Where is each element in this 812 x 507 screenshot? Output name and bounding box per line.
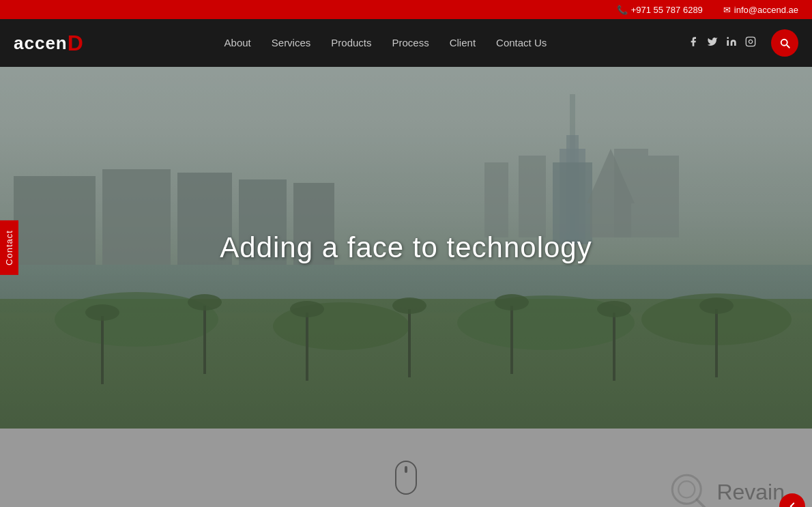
hero-section: Adding a face to technology Contact: [0, 67, 812, 429]
logo-text: accen: [14, 33, 68, 54]
nav-item-process[interactable]: Process: [392, 37, 429, 49]
nav-item-contact[interactable]: Contact Us: [496, 37, 547, 49]
contact-tab[interactable]: Contact: [0, 220, 18, 275]
email-icon: ✉: [723, 5, 731, 15]
mouse-scroll-icon: [395, 461, 417, 495]
nav-item-client[interactable]: Client: [450, 37, 476, 49]
phone-icon: 📞: [617, 5, 628, 15]
nav-links: About Services Products Process Client C…: [224, 37, 547, 49]
svg-rect-40: [405, 466, 407, 473]
svg-line-43: [697, 499, 706, 507]
phone-link[interactable]: 📞 +971 55 787 6289: [617, 5, 703, 15]
nav-item-about[interactable]: About: [224, 37, 251, 49]
twitter-icon[interactable]: [707, 36, 718, 50]
email-link[interactable]: ✉ info@accend.ae: [723, 5, 798, 15]
revain-text: Revain: [716, 480, 785, 505]
below-hero-section: Revain: [0, 429, 812, 507]
social-icons: [688, 29, 798, 57]
facebook-icon[interactable]: [688, 36, 699, 50]
nav-link-services[interactable]: Services: [272, 37, 311, 48]
hero-content: Adding a face to technology: [220, 231, 592, 264]
nav-link-contact[interactable]: Contact Us: [496, 37, 547, 48]
svg-point-42: [679, 481, 695, 497]
revain-icon-svg: [669, 472, 710, 507]
revain-logo: Revain: [669, 472, 785, 507]
svg-rect-1: [746, 37, 755, 46]
top-bar: 📞 +971 55 787 6289 ✉ info@accend.ae: [0, 0, 812, 19]
phone-number: +971 55 787 6289: [631, 5, 703, 15]
navbar: accenD About Services Products Process C…: [0, 19, 812, 67]
hero-title: Adding a face to technology: [220, 231, 592, 264]
logo-d: D: [68, 31, 83, 56]
linkedin-icon[interactable]: [726, 36, 737, 50]
search-button[interactable]: [771, 29, 798, 57]
svg-point-0: [727, 37, 729, 39]
logo[interactable]: accenD: [14, 31, 83, 56]
contact-tab-label: Contact: [4, 230, 14, 265]
nav-link-client[interactable]: Client: [450, 37, 476, 48]
instagram-icon[interactable]: [745, 36, 756, 50]
nav-item-products[interactable]: Products: [331, 37, 371, 49]
nav-link-about[interactable]: About: [224, 37, 251, 48]
nav-item-services[interactable]: Services: [272, 37, 311, 49]
nav-link-products[interactable]: Products: [331, 37, 371, 48]
nav-link-process[interactable]: Process: [392, 37, 429, 48]
email-address: info@accend.ae: [734, 5, 798, 15]
corner-icon: [786, 500, 798, 507]
